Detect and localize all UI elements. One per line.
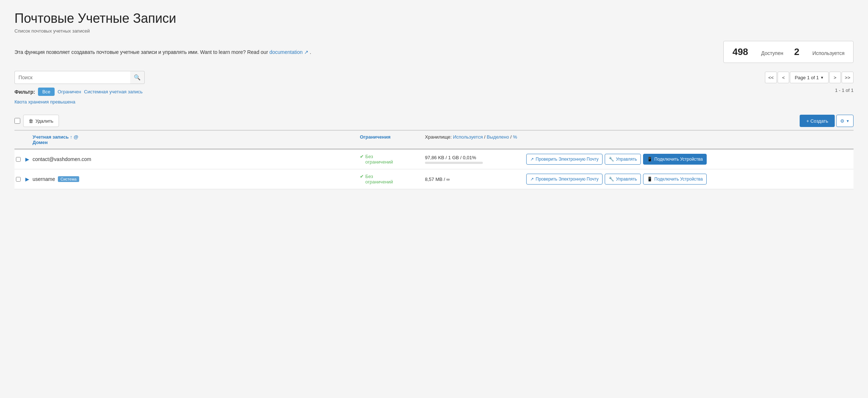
filter-label: Фильтр:: [14, 89, 35, 95]
toolbar-top: 🔍 << < Page 1 of 1 ▼ > >>: [14, 71, 854, 84]
sort-arrow-icon: ↑: [70, 134, 73, 140]
row2-restriction: ✔ Безограничений: [360, 174, 425, 185]
row2-account: username Система: [33, 176, 360, 182]
trash-icon: 🗑: [29, 118, 33, 124]
phone-icon: 📱: [647, 177, 652, 182]
at-symbol: @: [74, 134, 78, 140]
row1-actions: ↗ Проверить Электронную Почту 🔧 Управлят…: [526, 154, 854, 165]
row1-connect-button[interactable]: 📱 Подключить Устройства: [643, 154, 707, 165]
pagination-first-button[interactable]: <<: [765, 72, 777, 83]
row1-check-email-button[interactable]: ↗ Проверить Электронную Почту: [526, 154, 603, 165]
stats-box: 498 Доступен 2 Используется: [723, 41, 854, 63]
filter-quota-link[interactable]: Квота хранения превышена: [14, 99, 75, 105]
row2-actions: ↗ Проверить Электронную Почту 🔧 Управлят…: [526, 174, 854, 185]
pagination-page-label: Page 1 of 1: [795, 75, 819, 80]
storage-used-link[interactable]: Используется: [453, 134, 483, 140]
create-button[interactable]: + Создать: [800, 115, 835, 127]
check-icon: ✔: [360, 174, 364, 179]
check-icon: ✔: [360, 154, 364, 159]
row2-expand-button[interactable]: ▶: [24, 175, 31, 183]
header-account-col[interactable]: Учетная запись ↑ @ Домен: [33, 134, 360, 145]
row2-manage-label: Управлять: [616, 177, 637, 182]
filter-restricted-link[interactable]: Ограничен: [58, 89, 81, 94]
action-bar: 🗑 Удалить + Создать ⚙ ▼: [14, 112, 854, 131]
row1-restriction: ✔ Безограничений: [360, 154, 425, 165]
row2-storage-text: 8,57 MB / ∞: [425, 177, 450, 182]
storage-alloc-link[interactable]: Выделено: [487, 134, 509, 140]
info-bar: Эта функция позволяет создавать почтовые…: [14, 41, 854, 63]
external-link-icon: ↗: [530, 177, 534, 182]
search-button[interactable]: 🔍: [130, 71, 145, 84]
gear-icon: ⚙: [840, 118, 844, 124]
row1-email: contact@vashdomen.com: [33, 156, 91, 162]
info-description: Эта функция позволяет создавать почтовые…: [14, 49, 311, 55]
select-all-checkbox[interactable]: [14, 118, 20, 124]
description-text-end: .: [310, 49, 311, 55]
filter-system-link[interactable]: Системная учетная запись: [84, 89, 142, 94]
pagination-last-button[interactable]: >>: [842, 72, 854, 83]
delete-label: Удалить: [35, 118, 54, 124]
gear-chevron-icon: ▼: [846, 119, 850, 123]
row1-check-area: ▶: [14, 156, 33, 163]
row1-account: contact@vashdomen.com: [33, 156, 360, 162]
search-icon: 🔍: [134, 74, 141, 81]
filter-all-button[interactable]: Все: [38, 88, 55, 96]
row1-manage-button[interactable]: 🔧 Управлять: [605, 154, 641, 165]
header-storage-col: Хранилище: Используется / Выделено / %: [425, 134, 526, 145]
row1-progress-bar: [425, 162, 483, 164]
page-title: Почтовые Учетные Записи: [14, 11, 854, 26]
chevron-down-icon: ▼: [820, 76, 824, 80]
row2-checkbox[interactable]: [16, 177, 21, 182]
filter-section: Фильтр: Все Ограничен Системная учетная …: [14, 88, 142, 110]
row1-manage-label: Управлять: [616, 157, 637, 162]
filter-row2: Квота хранения превышена: [14, 99, 142, 105]
row1-storage: 97,86 KB / 1 GB / 0,01%: [425, 155, 526, 164]
search-row: 🔍: [14, 71, 145, 84]
pagination-next-button[interactable]: >: [829, 72, 841, 83]
row2-connect-button[interactable]: 📱 Подключить Устройства: [643, 174, 707, 185]
doc-link-text: documentation: [269, 49, 303, 55]
row1-checkbox[interactable]: [16, 157, 21, 162]
pagination-page-selector[interactable]: Page 1 of 1 ▼: [790, 72, 828, 83]
delete-button[interactable]: 🗑 Удалить: [23, 115, 59, 127]
row2-manage-button[interactable]: 🔧 Управлять: [605, 174, 641, 185]
row2-system-badge: Система: [58, 176, 79, 182]
used-count: 2: [794, 46, 799, 58]
row2-check-area: ▶: [14, 175, 33, 183]
storage-pct-link[interactable]: %: [513, 134, 517, 140]
search-input[interactable]: [14, 71, 130, 84]
documentation-link[interactable]: documentation ↗: [269, 49, 310, 55]
external-link-icon: ↗: [530, 157, 534, 162]
row2-check-email-button[interactable]: ↗ Проверить Электронную Почту: [526, 174, 603, 185]
description-text-start: Эта функция позволяет создавать почтовые…: [14, 49, 268, 55]
pagination-prev-button[interactable]: <: [778, 72, 789, 83]
available-label: Доступен: [761, 50, 783, 56]
page-subtitle: Список почтовых учетных записей: [14, 28, 854, 34]
row2-connect-label: Подключить Устройства: [654, 177, 703, 182]
external-link-icon: ↗: [304, 49, 309, 55]
action-right: + Создать ⚙ ▼: [800, 115, 854, 127]
row1-restriction-text: Безограничений: [365, 154, 393, 165]
used-label: Используется: [812, 50, 844, 56]
row2-email: username: [33, 176, 55, 182]
row1-check-email-label: Проверить Электронную Почту: [536, 157, 599, 162]
pagination-row: << < Page 1 of 1 ▼ > >>: [765, 72, 854, 83]
row1-storage-text: 97,86 KB / 1 GB / 0,01%: [425, 155, 476, 160]
row2-storage: 8,57 MB / ∞: [425, 177, 526, 182]
header-checkbox-col: [14, 134, 33, 145]
gear-button[interactable]: ⚙ ▼: [836, 115, 854, 127]
wrench-icon: 🔧: [609, 157, 614, 162]
header-actions-col: [526, 134, 854, 145]
domain-col-label: Домен: [33, 140, 48, 145]
row2-check-email-label: Проверить Электронную Почту: [536, 177, 599, 182]
available-count: 498: [732, 46, 748, 58]
table-row: ▶ contact@vashdomen.com ✔ Безограничений…: [14, 149, 854, 169]
header-restrictions-col[interactable]: Ограничения: [360, 134, 425, 145]
filter-row: Фильтр: Все Ограничен Системная учетная …: [14, 88, 142, 96]
results-info: 1 - 1 of 1: [835, 88, 854, 93]
row1-expand-button[interactable]: ▶: [24, 156, 31, 163]
row1-connect-label: Подключить Устройства: [654, 157, 703, 162]
wrench-icon: 🔧: [609, 177, 614, 182]
action-left: 🗑 Удалить: [14, 115, 59, 127]
account-col-label: Учетная запись: [33, 134, 69, 140]
